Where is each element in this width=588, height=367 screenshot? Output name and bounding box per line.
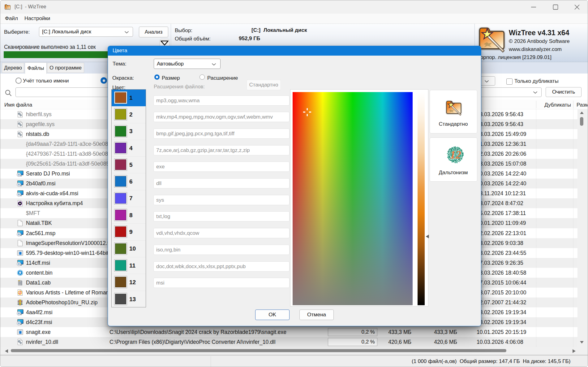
svg-text:12: 12 [450, 149, 461, 161]
